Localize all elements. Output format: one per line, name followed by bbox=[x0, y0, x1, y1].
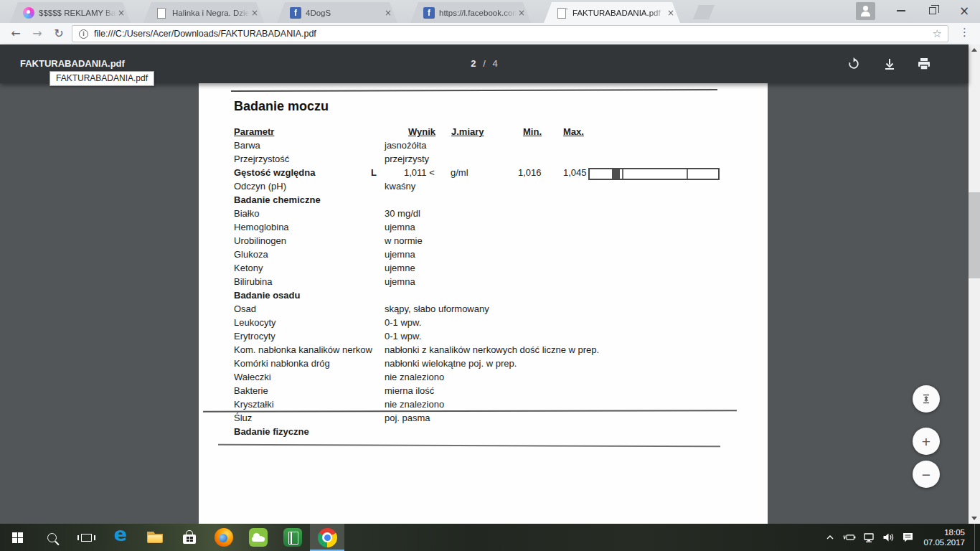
restore-icon bbox=[929, 7, 936, 14]
back-icon[interactable]: ← bbox=[6, 24, 26, 44]
zoom-out-button[interactable]: − bbox=[913, 461, 940, 488]
browser-tab[interactable]: 4DogS× bbox=[277, 2, 397, 23]
network-icon[interactable] bbox=[862, 531, 875, 544]
browser-tab[interactable]: Halinka i Negra. Dziewcz× bbox=[143, 2, 264, 23]
bookmark-star-icon[interactable]: ☆ bbox=[933, 27, 942, 40]
battery-icon[interactable] bbox=[843, 531, 856, 544]
column-header: Min. bbox=[523, 126, 542, 137]
table-row: Hemoglobinaujemna bbox=[199, 222, 768, 235]
zoom-in-button[interactable]: + bbox=[913, 428, 940, 455]
taskbar-search-button[interactable] bbox=[34, 524, 69, 551]
store-icon bbox=[183, 534, 196, 544]
start-icon bbox=[12, 532, 23, 543]
row-parameter: Bilirubina bbox=[234, 276, 272, 287]
scroll-down-arrow[interactable] bbox=[969, 513, 980, 524]
table-row: Komórki nabłonka drógnabłonki wielokątne… bbox=[199, 358, 768, 372]
reference-range-bar bbox=[588, 168, 720, 180]
browser-tab[interactable]: https://l.facebook.com/l.× bbox=[410, 2, 531, 23]
taskbar-firefox-button[interactable] bbox=[207, 524, 241, 551]
tab-close-icon[interactable]: × bbox=[666, 8, 676, 18]
table-row: Badanie chemiczne bbox=[199, 194, 768, 208]
row-parameter: Bakterie bbox=[234, 385, 268, 396]
row-parameter: Barwa bbox=[234, 140, 260, 151]
chevron-up-icon[interactable] bbox=[824, 531, 837, 544]
volume-icon[interactable] bbox=[882, 531, 895, 544]
page-info-icon[interactable]: i bbox=[79, 29, 88, 39]
table-row: Przejrzystośćprzejrzysty bbox=[199, 154, 768, 167]
row-parameter: Kom. nabłonka kanalików nerkow bbox=[234, 344, 372, 355]
tab-close-icon[interactable]: × bbox=[517, 8, 527, 18]
current-page: 2 bbox=[471, 58, 476, 69]
row-result: 30 mg/dl bbox=[385, 208, 420, 219]
browser-tab[interactable]: $$$$$ REKLAMY Bazarkó× bbox=[10, 2, 131, 23]
table-row: Badanie fizyczne bbox=[199, 426, 768, 440]
row-parameter: Glukoza bbox=[234, 249, 268, 260]
triangle-down-icon bbox=[971, 517, 977, 520]
minus-icon: − bbox=[922, 467, 930, 482]
range-divider bbox=[687, 169, 688, 179]
taskbar-clock[interactable]: 18:05 07.05.2017 bbox=[923, 527, 965, 547]
browser-tab[interactable]: FAKTURABADANIA.pdf× bbox=[544, 2, 680, 23]
taskbar-chrome-button[interactable] bbox=[310, 524, 344, 551]
taskbar-store-button[interactable] bbox=[172, 524, 207, 551]
taskbar-edge-button[interactable] bbox=[103, 524, 138, 551]
row-result: kwaśny bbox=[385, 181, 415, 192]
row-result: przejrzysty bbox=[385, 154, 429, 164]
profile-avatar-icon[interactable] bbox=[856, 2, 875, 20]
taskbar-cloud-app-button[interactable] bbox=[241, 524, 275, 551]
row-result: jasnożółta bbox=[385, 140, 427, 151]
rotate-icon[interactable] bbox=[844, 54, 864, 74]
row-result: ujemne bbox=[385, 263, 415, 273]
tab-close-icon[interactable]: × bbox=[383, 8, 393, 18]
row-flag: L bbox=[371, 167, 377, 178]
restore-button[interactable] bbox=[917, 0, 948, 22]
page-total: 4 bbox=[492, 58, 497, 69]
reload-icon[interactable]: ↻ bbox=[49, 24, 69, 44]
document-favicon bbox=[156, 7, 168, 19]
column-header: J.miary bbox=[451, 126, 484, 137]
row-parameter: Gęstość względna bbox=[234, 167, 315, 178]
taskbar-start-button[interactable] bbox=[0, 524, 34, 551]
row-result: mierna ilość bbox=[385, 385, 434, 396]
download-icon[interactable] bbox=[880, 54, 900, 74]
row-max: 1,045 bbox=[563, 167, 587, 178]
vertical-scrollbar[interactable] bbox=[969, 44, 980, 524]
pink-swirl-favicon bbox=[23, 7, 34, 19]
show-desktop-button[interactable] bbox=[974, 524, 977, 551]
taskbar-file-explorer-button[interactable] bbox=[138, 524, 172, 551]
action-center-icon[interactable] bbox=[901, 531, 914, 544]
minimize-button[interactable] bbox=[885, 0, 917, 22]
kebab-menu-icon[interactable]: ⋮ bbox=[959, 26, 970, 39]
address-bar[interactable]: i file:///C:/Users/Acer/Downloads/FAKTUR… bbox=[72, 25, 948, 42]
row-parameter: Komórki nabłonka dróg bbox=[234, 358, 330, 369]
row-parameter: Odczyn (pH) bbox=[234, 181, 286, 192]
row-parameter: Erytrocyty bbox=[234, 331, 275, 342]
close-button[interactable]: × bbox=[948, 0, 980, 22]
forward-icon[interactable]: → bbox=[27, 24, 47, 44]
tab-title: 4DogS bbox=[306, 9, 383, 17]
url-text[interactable]: file:///C:/Users/Acer/Downloads/FAKTURAB… bbox=[94, 29, 316, 39]
scroll-up-arrow[interactable] bbox=[969, 44, 980, 55]
table-row: Śluzpoj. pasma bbox=[199, 413, 768, 426]
window-controls: × bbox=[856, 0, 980, 22]
print-icon[interactable] bbox=[914, 54, 934, 74]
system-tray: 18:05 07.05.2017 bbox=[824, 524, 977, 551]
scrollbar-thumb[interactable] bbox=[969, 192, 980, 278]
edge-icon bbox=[111, 528, 130, 547]
plus-icon: + bbox=[922, 434, 930, 449]
table-row: Bilirubinaujemna bbox=[199, 276, 768, 290]
new-tab-button[interactable] bbox=[693, 5, 715, 19]
fit-page-button[interactable] bbox=[913, 385, 940, 413]
row-result: nabłonki z kanalików nerkowych dość licz… bbox=[385, 344, 599, 355]
fit-page-icon bbox=[920, 393, 932, 405]
close-icon: × bbox=[959, 5, 969, 17]
table-row: Osadskąpy, słabo uformowany bbox=[199, 303, 768, 317]
range-marker bbox=[612, 169, 620, 179]
cloud-app-icon bbox=[249, 528, 268, 547]
tab-title: Halinka i Negra. Dziewcz bbox=[172, 9, 250, 17]
taskbar-task-view-button[interactable] bbox=[69, 524, 103, 551]
tab-close-icon[interactable]: × bbox=[116, 8, 126, 18]
taskbar-apps bbox=[0, 524, 344, 551]
taskbar-book-app-button[interactable] bbox=[275, 524, 310, 551]
tab-close-icon[interactable]: × bbox=[250, 8, 260, 18]
